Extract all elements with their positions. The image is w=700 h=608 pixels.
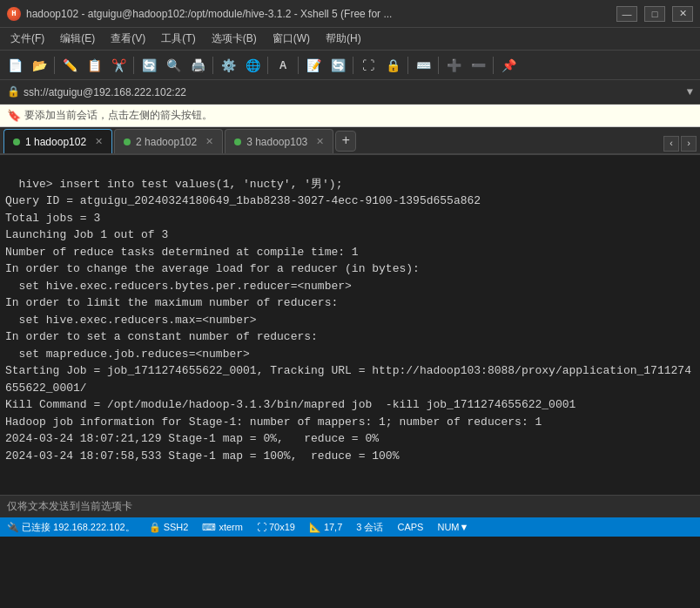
new-tab-button[interactable]: + <box>335 131 356 152</box>
input-bar-label: 仅将文本发送到当前选项卡 <box>7 499 132 514</box>
toolbar-sep-9 <box>493 57 494 74</box>
status-bar: 🔌 已连接 192.168.222.102。 🔒 SSH2 ⌨ xterm ⛶ … <box>0 517 700 537</box>
toolbar-expand[interactable]: ⛶ <box>357 54 380 77</box>
close-button[interactable]: ✕ <box>672 6 693 22</box>
toolbar-sep-6 <box>353 57 353 74</box>
tab-3-status-dot <box>234 138 241 145</box>
maximize-button[interactable]: □ <box>644 6 665 22</box>
toolbar-settings[interactable]: ⚙️ <box>217 54 239 77</box>
status-position: 📐 17,7 <box>309 522 342 533</box>
xterm-text: xterm <box>219 522 243 532</box>
toolbar-new[interactable]: 📄 <box>3 54 26 77</box>
toolbar-lock[interactable]: 🔒 <box>381 54 404 77</box>
tab-nav-right[interactable]: › <box>681 136 697 152</box>
terminal-icon: ⌨ <box>202 522 216 533</box>
status-num[interactable]: NUM▼ <box>437 522 468 532</box>
menu-edit[interactable]: 编辑(E) <box>53 30 102 48</box>
toolbar-sep-8 <box>438 57 439 74</box>
toolbar: 📄 📂 ✏️ 📋 ✂️ 🔄 🔍 🖨️ ⚙️ 🌐 A 📝 🔄 ⛶ 🔒 ⌨️ ➕ ➖… <box>0 51 700 80</box>
toolbar-edit[interactable]: ✏️ <box>58 54 81 77</box>
info-bar: 🔖 要添加当前会话，点击左侧的箭头按钮。 <box>0 105 700 127</box>
address-text: ssh://atguigu@192.168.222.102:22 <box>24 86 186 98</box>
status-dimensions: ⛶ 70x19 <box>257 522 295 532</box>
tab-1-label: 1 hadoop102 <box>25 136 86 148</box>
tab-1-status-dot <box>13 138 20 145</box>
address-dropdown[interactable]: ▼ <box>687 86 693 98</box>
window-controls: — □ ✕ <box>616 6 693 22</box>
position-text: 17,7 <box>324 522 342 532</box>
ruler-icon: 📐 <box>309 522 321 533</box>
lock-icon: 🔒 <box>149 522 161 533</box>
address-lock-icon: 🔒 <box>7 85 20 98</box>
toolbar-open[interactable]: 📂 <box>28 54 50 77</box>
toolbar-compose[interactable]: 📝 <box>302 54 325 77</box>
toolbar-transfer[interactable]: 🔄 <box>326 54 349 77</box>
info-bar-bookmark-icon: 🔖 <box>7 109 21 123</box>
toolbar-sep-7 <box>407 57 408 74</box>
toolbar-remove[interactable]: ➖ <box>467 54 489 77</box>
tab-2[interactable]: 2 hadoop102 ✕ <box>114 129 223 153</box>
minimize-button[interactable]: — <box>616 6 637 22</box>
toolbar-keyboard[interactable]: ⌨️ <box>412 54 434 77</box>
tab-3-label: 3 hadoop103 <box>246 136 307 148</box>
menu-bar: 文件(F) 编辑(E) 查看(V) 工具(T) 选项卡(B) 窗口(W) 帮助(… <box>0 28 700 51</box>
connection-icon: 🔌 <box>7 522 19 533</box>
status-lock: 🔒 SSH2 <box>149 522 189 533</box>
input-bar: 仅将文本发送到当前选项卡 <box>0 495 700 517</box>
sessions-text: 3 会话 <box>356 521 383 534</box>
menu-view[interactable]: 查看(V) <box>104 30 152 48</box>
tab-2-label: 2 hadoop102 <box>136 136 197 148</box>
info-bar-message: 要添加当前会话，点击左侧的箭头按钮。 <box>24 108 212 123</box>
menu-window[interactable]: 窗口(W) <box>266 30 317 48</box>
caps-text: CAPS <box>397 522 423 532</box>
terminal-output[interactable]: hive> insert into test values(1, 'nucty'… <box>0 155 700 495</box>
toolbar-search[interactable]: 🔍 <box>162 54 185 77</box>
toolbar-sep-3 <box>212 57 213 74</box>
toolbar-copy[interactable]: 📋 <box>83 54 105 77</box>
tab-1-close[interactable]: ✕ <box>95 136 103 147</box>
tab-1[interactable]: 1 hadoop102 ✕ <box>3 129 112 153</box>
toolbar-add[interactable]: ➕ <box>442 54 465 77</box>
toolbar-font[interactable]: A <box>272 54 294 77</box>
ssh-text: SSH2 <box>164 522 189 532</box>
tab-2-status-dot <box>124 138 131 145</box>
menu-file[interactable]: 文件(F) <box>3 30 51 48</box>
toolbar-sep-2 <box>133 57 134 74</box>
dimensions-text: 70x19 <box>269 522 295 532</box>
status-terminal-type: ⌨ xterm <box>202 522 243 533</box>
tab-3[interactable]: 3 hadoop103 ✕ <box>225 129 333 153</box>
status-sessions: 3 会话 <box>356 521 383 534</box>
tab-bar: 1 hadoop102 ✕ 2 hadoop102 ✕ 3 hadoop103 … <box>0 127 700 155</box>
terminal-text: hive> insert into test values(1, 'nucty'… <box>5 178 691 463</box>
dimensions-icon: ⛶ <box>257 522 266 532</box>
toolbar-globe[interactable]: 🌐 <box>241 54 264 77</box>
address-bar: 🔒 ssh://atguigu@192.168.222.102:22 ▼ <box>0 80 700 105</box>
tab-nav-left[interactable]: ‹ <box>663 136 679 152</box>
connection-text: 已连接 192.168.222.102。 <box>22 521 135 534</box>
toolbar-sep-4 <box>267 57 268 74</box>
tab-3-close[interactable]: ✕ <box>316 136 324 147</box>
toolbar-cut[interactable]: ✂️ <box>107 54 130 77</box>
app-icon: H <box>7 7 21 21</box>
num-text: NUM▼ <box>437 522 468 532</box>
toolbar-refresh[interactable]: 🔄 <box>138 54 160 77</box>
menu-tools[interactable]: 工具(T) <box>154 30 202 48</box>
title-bar: H hadoop102 - atguigu@hadoop102:/opt/mod… <box>0 0 700 28</box>
tab-nav: ‹ › <box>663 136 697 152</box>
menu-help[interactable]: 帮助(H) <box>319 30 368 48</box>
toolbar-extra[interactable]: 📌 <box>497 54 520 77</box>
window-title: hadoop102 - atguigu@hadoop102:/opt/modul… <box>26 8 392 20</box>
menu-tabs[interactable]: 选项卡(B) <box>205 30 264 48</box>
tab-2-close[interactable]: ✕ <box>205 136 213 147</box>
status-connection: 🔌 已连接 192.168.222.102。 <box>7 521 135 534</box>
toolbar-print[interactable]: 🖨️ <box>186 54 209 77</box>
toolbar-sep-5 <box>298 57 299 74</box>
toolbar-sep-1 <box>54 57 55 74</box>
status-caps: CAPS <box>397 522 423 532</box>
